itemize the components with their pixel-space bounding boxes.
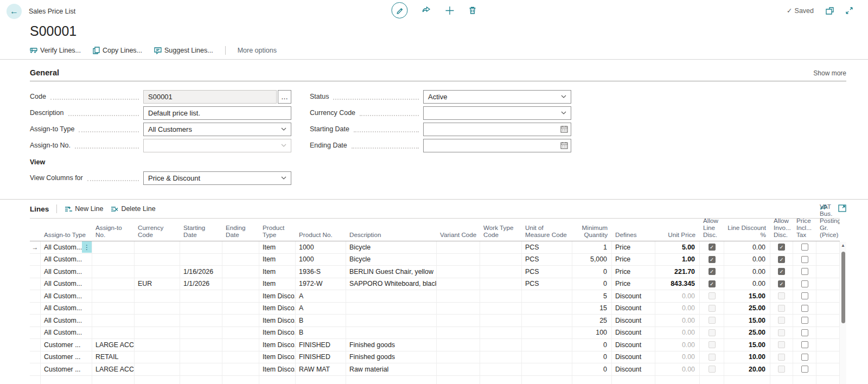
allow-line-disc-checkbox[interactable]	[709, 366, 716, 373]
cell-description[interactable]: Finished goods	[346, 351, 437, 363]
delete-line-button[interactable]: Delete Line	[111, 205, 155, 213]
cell-price-incl-tax[interactable]	[793, 327, 816, 339]
cell-defines[interactable]: Discount	[612, 327, 655, 339]
cell-description[interactable]: BERLIN Guest Chair, yellow	[346, 266, 437, 278]
cell-uom-code[interactable]: PCS	[522, 278, 572, 290]
cell-variant-code[interactable]	[437, 327, 480, 339]
cell-min-qty[interactable]: 0	[572, 278, 612, 290]
view-columns-for-select[interactable]: Price & Discount	[143, 171, 291, 185]
delete-button[interactable]	[469, 6, 477, 15]
cell-ending-date[interactable]	[222, 241, 259, 253]
cell-product-type[interactable]: Item Disco...	[259, 363, 296, 375]
cell-unit-price[interactable]: 221.70	[655, 266, 700, 278]
cell-defines[interactable]: Discount	[612, 315, 655, 327]
cell-defines[interactable]: Price	[612, 278, 655, 290]
col-header-description[interactable]: Description	[346, 231, 437, 241]
cell-vat-bus-posting-gr[interactable]	[816, 351, 840, 363]
cell-starting-date[interactable]	[180, 363, 222, 375]
cell-price-incl-tax[interactable]	[793, 303, 816, 315]
popout-button[interactable]	[826, 7, 834, 15]
show-more-link[interactable]: Show more	[813, 69, 846, 77]
col-header-defines[interactable]: Defines	[612, 231, 655, 241]
price-incl-tax-checkbox[interactable]	[801, 329, 808, 336]
cell-line-discount-pct[interactable]: 10.00	[724, 351, 770, 363]
cell-ending-date[interactable]	[222, 315, 259, 327]
cell-starting-date[interactable]	[180, 327, 222, 339]
cell-work-type-code[interactable]	[480, 363, 522, 375]
cell-starting-date[interactable]	[180, 303, 222, 315]
cell-ending-date[interactable]	[222, 376, 259, 384]
cell-defines[interactable]	[612, 376, 655, 384]
cell-ending-date[interactable]	[222, 351, 259, 363]
cell-allow-invoice-disc[interactable]	[770, 303, 793, 315]
suggest-lines-button[interactable]: Suggest Lines...	[154, 47, 213, 54]
cell-starting-date[interactable]	[180, 315, 222, 327]
cell-uom-code[interactable]	[522, 363, 572, 375]
col-header-product-type[interactable]: Product Type	[259, 224, 296, 241]
cell-assign-to-type[interactable]: All Custom...	[41, 290, 92, 302]
allow-line-disc-checkbox[interactable]: ✓	[709, 268, 716, 275]
cell-defines[interactable]: Price	[612, 241, 655, 253]
code-input[interactable]	[143, 90, 277, 104]
cell-allow-invoice-disc[interactable]: ✓	[770, 241, 793, 253]
cell-variant-code[interactable]	[437, 315, 480, 327]
assign-to-type-select[interactable]: All Customers	[143, 123, 291, 136]
table-row[interactable]: All Custom...Item Disco...A5Discount0.00…	[30, 290, 840, 303]
cell-work-type-code[interactable]	[480, 351, 522, 363]
row-selector-cell[interactable]	[30, 303, 41, 315]
cell-price-incl-tax[interactable]	[793, 315, 816, 327]
cell-product-type[interactable]: Item	[259, 241, 296, 253]
allow-line-disc-checkbox[interactable]: ✓	[709, 244, 716, 251]
copy-lines-button[interactable]: Copy Lines...	[93, 47, 142, 54]
cell-assign-to-type[interactable]: All Custom...⋮	[41, 241, 92, 253]
cell-line-discount-pct[interactable]: 0.00	[724, 254, 770, 266]
vertical-scrollbar[interactable]: ▲	[840, 242, 846, 384]
col-header-starting-date[interactable]: Starting Date	[180, 224, 222, 241]
cell-allow-line-disc[interactable]: ✓	[700, 266, 724, 278]
table-row[interactable]: All Custom...1/16/2026Item1936-SBERLIN G…	[30, 266, 840, 278]
cell-uom-code[interactable]: PCS	[522, 241, 572, 253]
cell-description[interactable]: Finished goods	[346, 339, 437, 351]
table-row[interactable]	[30, 376, 840, 384]
col-header-unit-price[interactable]: Unit Price	[655, 231, 700, 241]
cell-variant-code[interactable]	[437, 241, 480, 253]
cell-unit-price[interactable]: 0.00	[655, 351, 700, 363]
col-header-assign-to-type[interactable]: Assign-to Type	[41, 231, 92, 241]
cell-vat-bus-posting-gr[interactable]	[816, 254, 840, 266]
cell-allow-line-disc[interactable]: ✓	[700, 241, 724, 253]
cell-work-type-code[interactable]	[480, 327, 522, 339]
cell-line-discount-pct[interactable]: 0.00	[724, 266, 770, 278]
cell-description[interactable]: Bicycle	[346, 254, 437, 266]
cell-uom-code[interactable]	[522, 303, 572, 315]
currency-code-select[interactable]	[423, 106, 571, 120]
cell-vat-bus-posting-gr[interactable]	[816, 363, 840, 375]
cell-variant-code[interactable]	[437, 339, 480, 351]
cell-allow-invoice-disc[interactable]	[770, 376, 793, 384]
cell-line-discount-pct[interactable]: 25.00	[724, 327, 770, 339]
cell-ending-date[interactable]	[222, 327, 259, 339]
cell-uom-code[interactable]: PCS	[522, 266, 572, 278]
cell-line-discount-pct[interactable]: 15.00	[724, 290, 770, 302]
cell-ending-date[interactable]	[222, 254, 259, 266]
allow-invoice-disc-checkbox[interactable]	[778, 305, 785, 312]
cell-price-incl-tax[interactable]	[793, 376, 816, 384]
cell-variant-code[interactable]	[437, 376, 480, 384]
cell-product-no[interactable]: 1000	[296, 241, 346, 253]
cell-price-incl-tax[interactable]	[793, 266, 816, 278]
focus-mode-button[interactable]	[846, 7, 853, 14]
cell-allow-line-disc[interactable]	[700, 315, 724, 327]
cell-assign-to-no[interactable]	[92, 303, 135, 315]
col-header-line-discount-pct[interactable]: Line Discount %	[724, 224, 770, 241]
cell-product-type[interactable]: Item Disco...	[259, 327, 296, 339]
cell-line-discount-pct[interactable]: 15.00	[724, 315, 770, 327]
cell-price-incl-tax[interactable]	[793, 241, 816, 253]
cell-ending-date[interactable]	[222, 363, 259, 375]
cell-allow-invoice-disc[interactable]	[770, 327, 793, 339]
allow-invoice-disc-checkbox[interactable]	[778, 329, 785, 336]
cell-line-discount-pct[interactable]: 0.00	[724, 241, 770, 253]
allow-invoice-disc-checkbox[interactable]: ✓	[778, 268, 785, 275]
allow-line-disc-checkbox[interactable]: ✓	[709, 256, 716, 263]
cell-assign-to-no[interactable]	[92, 327, 135, 339]
col-header-vat-bus-posting-gr[interactable]: VAT Bus. Posting Gr. (Price)	[816, 203, 840, 241]
cell-currency-code[interactable]: EUR	[135, 278, 180, 290]
